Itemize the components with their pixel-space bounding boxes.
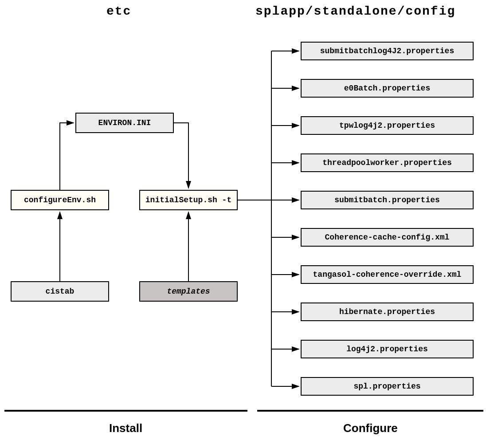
box-configure-env: configureEnv.sh [11,190,109,210]
footer-configure: Configure [343,421,398,435]
cfg-box-9: spl.properties [301,377,474,396]
box-cistab: cistab [11,281,109,302]
cfg-box-2: tpwlog4j2.properties [301,116,474,135]
cfg-box-0: submitbatchlog4J2.properties [301,42,474,60]
cfg-box-8: log4j2.properties [301,340,474,358]
box-environ-ini: ENVIRON.INI [75,113,174,133]
header-splapp: splapp/standalone/config [255,4,455,18]
cfg-box-7: hibernate.properties [301,303,474,321]
cfg-box-1: e0Batch.properties [301,79,474,98]
cfg-box-5: Coherence-cache-config.xml [301,228,474,247]
box-initial-setup: initialSetup.sh -t [139,190,238,210]
cfg-box-3: threadpoolworker.properties [301,153,474,172]
diagram-canvas: etc splapp/standalone/config ENVIRON.INI… [0,0,494,448]
divider-install [4,410,247,412]
box-templates: templates [139,281,238,302]
header-etc: etc [106,4,131,18]
cfg-box-6: tangasol-coherence-override.xml [301,265,474,284]
footer-install: Install [109,421,142,435]
cfg-box-4: submitbatch.properties [301,191,474,209]
divider-configure [257,410,483,412]
